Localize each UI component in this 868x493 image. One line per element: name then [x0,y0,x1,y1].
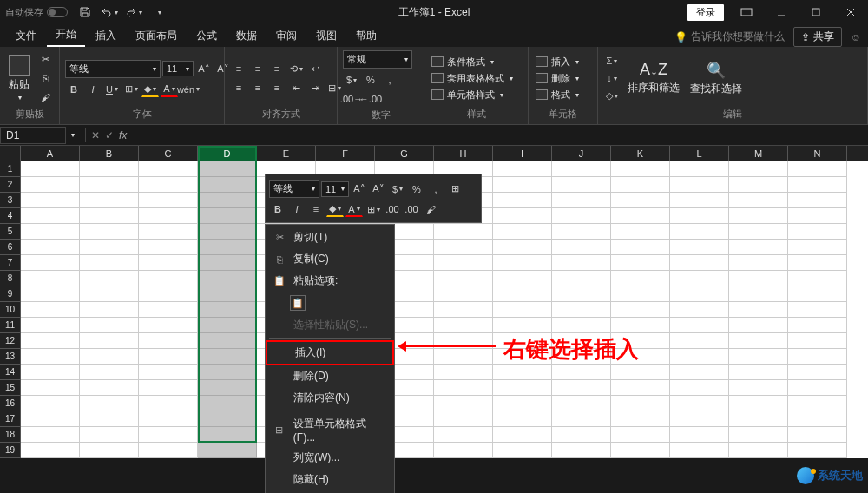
cell[interactable] [434,427,493,443]
ribbon-display-icon[interactable] [734,3,759,21]
mini-border-icon[interactable]: ⊞▾ [365,201,382,217]
cell[interactable] [139,240,198,255]
italic-icon[interactable]: I [84,82,102,97]
align-top-icon[interactable]: ≡ [230,61,247,76]
mini-bold-icon[interactable]: B [269,201,286,217]
column-header[interactable]: F [316,146,375,161]
ctx-hide[interactable]: 隐藏(H) [266,469,394,490]
cell[interactable] [198,208,257,224]
cell[interactable] [493,411,552,427]
cell[interactable] [611,411,670,427]
underline-icon[interactable]: U▾ [103,82,121,97]
cell[interactable] [788,443,847,458]
column-header[interactable]: H [434,146,493,161]
cell[interactable] [493,365,552,380]
cell[interactable] [788,411,847,427]
cell[interactable] [139,349,198,365]
cell[interactable] [493,380,552,396]
conditional-formatting-button[interactable]: 条件格式▾ [430,55,515,69]
cell[interactable] [80,240,139,255]
cell[interactable] [80,365,139,380]
autosum-icon[interactable]: Σ▾ [603,53,621,69]
cell[interactable] [611,271,670,286]
cell[interactable] [552,271,611,286]
cell[interactable] [611,193,670,208]
cell[interactable] [493,396,552,411]
cell[interactable] [493,224,552,240]
cell[interactable] [21,411,80,427]
cell[interactable] [139,411,198,427]
row-header[interactable]: 6 [0,240,21,255]
cell[interactable] [493,443,552,458]
fx-icon[interactable]: fx [119,129,127,141]
cell[interactable] [552,318,611,333]
cell[interactable] [493,318,552,333]
cell[interactable] [80,286,139,302]
row-header[interactable]: 16 [0,396,21,411]
cell[interactable] [198,224,257,240]
cell[interactable] [729,396,788,411]
cell[interactable] [21,302,80,318]
cell[interactable] [788,177,847,193]
align-bottom-icon[interactable]: ≡ [268,61,286,76]
cell[interactable] [80,349,139,365]
paste-button[interactable]: 粘贴 ▾ [5,51,33,105]
number-format-combo[interactable]: 常规▾ [343,50,412,69]
ctx-delete[interactable]: 删除(D) [266,365,394,387]
fill-icon[interactable]: ↓▾ [603,70,621,86]
row-header[interactable]: 15 [0,380,21,396]
cell[interactable] [198,443,257,458]
cell[interactable] [552,255,611,271]
cell[interactable] [80,380,139,396]
share-button[interactable]: ⇪ 共享 [793,27,842,47]
ctx-clear[interactable]: 清除内容(N) [266,387,394,409]
cell[interactable] [729,286,788,302]
column-header[interactable]: B [80,146,139,161]
cell[interactable] [611,380,670,396]
cell[interactable] [139,318,198,333]
cell[interactable] [198,286,257,302]
ctx-format-cells[interactable]: ⊞设置单元格格式(F)... [266,413,394,447]
cell[interactable] [21,255,80,271]
cell[interactable] [139,427,198,443]
mini-font-combo[interactable]: 等线▾ [269,180,319,198]
decrease-decimal-icon[interactable]: ←.00 [362,91,379,107]
cell[interactable] [139,286,198,302]
cell[interactable] [729,302,788,318]
cell[interactable] [80,427,139,443]
cell[interactable] [788,193,847,208]
cell[interactable] [788,286,847,302]
mini-inc-decimal-icon[interactable]: .00 [384,201,401,217]
cell[interactable] [729,208,788,224]
cell[interactable] [21,161,80,177]
tab-formulas[interactable]: 公式 [187,25,226,47]
find-select-button[interactable]: 🔍 查找和选择 [687,57,746,100]
font-size-combo[interactable]: 11▾ [162,61,194,76]
row-header[interactable]: 12 [0,333,21,349]
cell[interactable] [21,208,80,224]
cell[interactable] [788,255,847,271]
cell[interactable] [21,443,80,458]
accept-formula-icon[interactable]: ✓ [105,129,114,141]
percent-icon[interactable]: % [362,72,379,88]
currency-icon[interactable]: $▾ [343,72,360,88]
tab-home[interactable]: 开始 [47,23,85,47]
cell[interactable] [552,286,611,302]
row-header[interactable]: 2 [0,177,21,193]
close-icon[interactable] [838,3,863,21]
cell[interactable] [21,177,80,193]
mini-fill-color-icon[interactable]: ◆▾ [326,201,344,217]
cell[interactable] [729,380,788,396]
column-header[interactable]: A [21,146,80,161]
cell[interactable] [80,443,139,458]
cell[interactable] [21,333,80,349]
cell[interactable] [552,177,611,193]
cell[interactable] [80,396,139,411]
smiley-icon[interactable]: ☺ [851,31,861,43]
cell[interactable] [729,333,788,349]
column-header[interactable]: D [198,146,257,161]
formula-bar[interactable] [134,134,868,137]
cell[interactable] [80,255,139,271]
row-header[interactable]: 13 [0,349,21,365]
cell[interactable] [434,411,493,427]
